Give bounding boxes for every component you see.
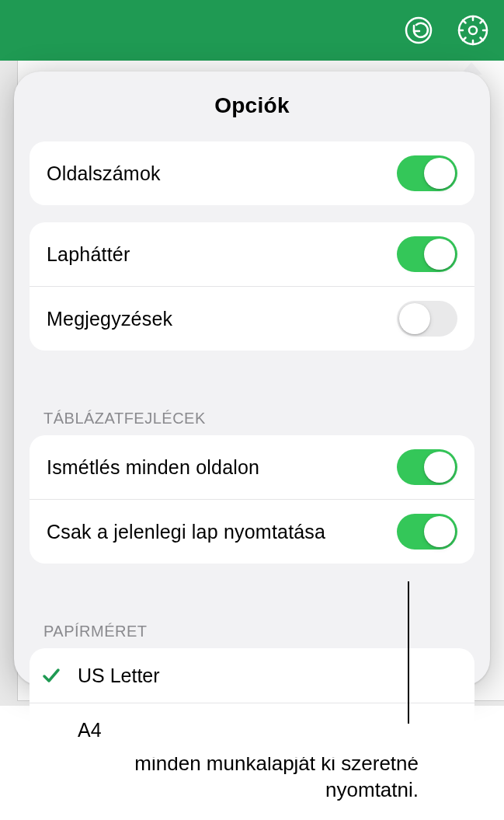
label-background: Lapháttér [47,243,397,266]
svg-point-2 [469,26,477,34]
row-page-numbers: Oldalszámok [30,141,474,205]
options-popover: Opciók Oldalszámok Lapháttér Megjegyzése… [14,72,490,686]
svg-line-9 [463,38,466,41]
popover-title: Opciók [30,93,474,118]
callout-leader-line [408,581,409,724]
svg-line-10 [481,20,484,23]
checkmark-icon [40,665,78,686]
section-header-table: TÁBLÁZATFEJLÉCEK [30,377,474,435]
row-repeat-every-page: Ismétlés minden oldalon [30,435,474,499]
toggle-comments[interactable] [397,301,457,337]
toggle-repeat-every-page[interactable] [397,449,457,485]
toggle-page-numbers[interactable] [397,155,457,191]
gear-icon[interactable] [456,13,490,47]
label-comments: Megjegyzések [47,308,397,330]
toggle-knob [424,158,455,189]
app-header [0,0,504,61]
toggle-knob [399,303,430,334]
label-us-letter: US Letter [78,665,160,687]
label-repeat-every-page: Ismétlés minden oldalon [47,456,397,479]
toggle-print-current-only[interactable] [397,514,457,550]
label-page-numbers: Oldalszámok [47,162,397,185]
toggle-background[interactable] [397,236,457,272]
row-comments: Megjegyzések [30,286,474,351]
group-background-comments: Lapháttér Megjegyzések [30,222,474,351]
toggle-knob [424,452,455,483]
label-print-current-only: Csak a jelenlegi lap nyomtatása [47,521,397,543]
undo-icon[interactable] [401,13,436,47]
group-page-numbers: Oldalszámok [30,141,474,205]
toggle-knob [424,239,455,270]
svg-line-8 [481,38,484,41]
row-background: Lapháttér [30,222,474,286]
svg-line-7 [463,20,466,23]
toggle-knob [424,516,455,547]
row-print-current-only: Csak a jelenlegi lap nyomtatása [30,499,474,564]
label-a4: A4 [78,719,102,741]
group-table-headers: Ismétlés minden oldalon Csak a jelenlegi… [30,435,474,564]
